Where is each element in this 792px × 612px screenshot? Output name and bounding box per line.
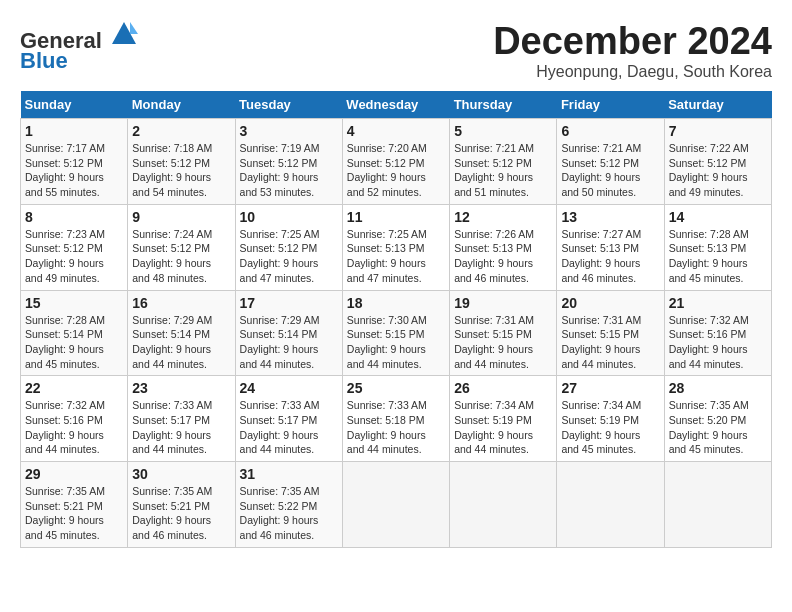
weekday-header-sunday: Sunday — [21, 91, 128, 119]
day-cell-28: 28Sunrise: 7:35 AM Sunset: 5:20 PM Dayli… — [664, 376, 771, 462]
day-cell-25: 25Sunrise: 7:33 AM Sunset: 5:18 PM Dayli… — [342, 376, 449, 462]
day-cell-4: 4Sunrise: 7:20 AM Sunset: 5:12 PM Daylig… — [342, 119, 449, 205]
day-number: 2 — [132, 123, 230, 139]
day-info: Sunrise: 7:35 AM Sunset: 5:22 PM Dayligh… — [240, 484, 338, 543]
day-number: 19 — [454, 295, 552, 311]
calendar-week-2: 8Sunrise: 7:23 AM Sunset: 5:12 PM Daylig… — [21, 204, 772, 290]
day-cell-3: 3Sunrise: 7:19 AM Sunset: 5:12 PM Daylig… — [235, 119, 342, 205]
day-cell-15: 15Sunrise: 7:28 AM Sunset: 5:14 PM Dayli… — [21, 290, 128, 376]
day-number: 9 — [132, 209, 230, 225]
day-info: Sunrise: 7:20 AM Sunset: 5:12 PM Dayligh… — [347, 141, 445, 200]
day-cell-13: 13Sunrise: 7:27 AM Sunset: 5:13 PM Dayli… — [557, 204, 664, 290]
logo-icon — [110, 20, 138, 48]
day-number: 13 — [561, 209, 659, 225]
calendar-week-5: 29Sunrise: 7:35 AM Sunset: 5:21 PM Dayli… — [21, 462, 772, 548]
day-number: 7 — [669, 123, 767, 139]
day-cell-27: 27Sunrise: 7:34 AM Sunset: 5:19 PM Dayli… — [557, 376, 664, 462]
day-number: 24 — [240, 380, 338, 396]
day-cell-26: 26Sunrise: 7:34 AM Sunset: 5:19 PM Dayli… — [450, 376, 557, 462]
weekday-header-wednesday: Wednesday — [342, 91, 449, 119]
day-number: 27 — [561, 380, 659, 396]
day-number: 21 — [669, 295, 767, 311]
day-info: Sunrise: 7:29 AM Sunset: 5:14 PM Dayligh… — [240, 313, 338, 372]
day-number: 8 — [25, 209, 123, 225]
day-cell-9: 9Sunrise: 7:24 AM Sunset: 5:12 PM Daylig… — [128, 204, 235, 290]
logo-blue-text: Blue — [20, 48, 68, 73]
day-info: Sunrise: 7:30 AM Sunset: 5:15 PM Dayligh… — [347, 313, 445, 372]
day-info: Sunrise: 7:35 AM Sunset: 5:21 PM Dayligh… — [25, 484, 123, 543]
day-number: 1 — [25, 123, 123, 139]
weekday-header-tuesday: Tuesday — [235, 91, 342, 119]
day-number: 20 — [561, 295, 659, 311]
day-cell-8: 8Sunrise: 7:23 AM Sunset: 5:12 PM Daylig… — [21, 204, 128, 290]
day-info: Sunrise: 7:31 AM Sunset: 5:15 PM Dayligh… — [454, 313, 552, 372]
day-number: 4 — [347, 123, 445, 139]
empty-cell — [664, 462, 771, 548]
day-cell-6: 6Sunrise: 7:21 AM Sunset: 5:12 PM Daylig… — [557, 119, 664, 205]
day-number: 17 — [240, 295, 338, 311]
day-info: Sunrise: 7:32 AM Sunset: 5:16 PM Dayligh… — [669, 313, 767, 372]
day-info: Sunrise: 7:23 AM Sunset: 5:12 PM Dayligh… — [25, 227, 123, 286]
day-cell-30: 30Sunrise: 7:35 AM Sunset: 5:21 PM Dayli… — [128, 462, 235, 548]
day-cell-18: 18Sunrise: 7:30 AM Sunset: 5:15 PM Dayli… — [342, 290, 449, 376]
day-info: Sunrise: 7:35 AM Sunset: 5:20 PM Dayligh… — [669, 398, 767, 457]
day-number: 16 — [132, 295, 230, 311]
day-info: Sunrise: 7:21 AM Sunset: 5:12 PM Dayligh… — [561, 141, 659, 200]
location: Hyeonpung, Daegu, South Korea — [493, 63, 772, 81]
day-info: Sunrise: 7:33 AM Sunset: 5:17 PM Dayligh… — [132, 398, 230, 457]
day-number: 29 — [25, 466, 123, 482]
day-cell-24: 24Sunrise: 7:33 AM Sunset: 5:17 PM Dayli… — [235, 376, 342, 462]
day-cell-5: 5Sunrise: 7:21 AM Sunset: 5:12 PM Daylig… — [450, 119, 557, 205]
day-number: 14 — [669, 209, 767, 225]
day-number: 3 — [240, 123, 338, 139]
day-cell-12: 12Sunrise: 7:26 AM Sunset: 5:13 PM Dayli… — [450, 204, 557, 290]
day-number: 25 — [347, 380, 445, 396]
day-info: Sunrise: 7:27 AM Sunset: 5:13 PM Dayligh… — [561, 227, 659, 286]
day-info: Sunrise: 7:24 AM Sunset: 5:12 PM Dayligh… — [132, 227, 230, 286]
day-number: 31 — [240, 466, 338, 482]
day-cell-7: 7Sunrise: 7:22 AM Sunset: 5:12 PM Daylig… — [664, 119, 771, 205]
day-cell-29: 29Sunrise: 7:35 AM Sunset: 5:21 PM Dayli… — [21, 462, 128, 548]
weekday-header-saturday: Saturday — [664, 91, 771, 119]
day-number: 10 — [240, 209, 338, 225]
weekday-header-thursday: Thursday — [450, 91, 557, 119]
day-number: 11 — [347, 209, 445, 225]
day-cell-19: 19Sunrise: 7:31 AM Sunset: 5:15 PM Dayli… — [450, 290, 557, 376]
day-info: Sunrise: 7:33 AM Sunset: 5:18 PM Dayligh… — [347, 398, 445, 457]
day-cell-22: 22Sunrise: 7:32 AM Sunset: 5:16 PM Dayli… — [21, 376, 128, 462]
day-cell-16: 16Sunrise: 7:29 AM Sunset: 5:14 PM Dayli… — [128, 290, 235, 376]
calendar-table: SundayMondayTuesdayWednesdayThursdayFrid… — [20, 91, 772, 548]
day-cell-2: 2Sunrise: 7:18 AM Sunset: 5:12 PM Daylig… — [128, 119, 235, 205]
day-number: 28 — [669, 380, 767, 396]
day-info: Sunrise: 7:17 AM Sunset: 5:12 PM Dayligh… — [25, 141, 123, 200]
empty-cell — [342, 462, 449, 548]
month-title: December 2024 — [493, 20, 772, 63]
day-cell-20: 20Sunrise: 7:31 AM Sunset: 5:15 PM Dayli… — [557, 290, 664, 376]
day-cell-21: 21Sunrise: 7:32 AM Sunset: 5:16 PM Dayli… — [664, 290, 771, 376]
day-cell-1: 1Sunrise: 7:17 AM Sunset: 5:12 PM Daylig… — [21, 119, 128, 205]
day-cell-17: 17Sunrise: 7:29 AM Sunset: 5:14 PM Dayli… — [235, 290, 342, 376]
logo: General Blue — [20, 20, 138, 73]
day-info: Sunrise: 7:28 AM Sunset: 5:13 PM Dayligh… — [669, 227, 767, 286]
day-cell-31: 31Sunrise: 7:35 AM Sunset: 5:22 PM Dayli… — [235, 462, 342, 548]
day-info: Sunrise: 7:25 AM Sunset: 5:13 PM Dayligh… — [347, 227, 445, 286]
day-info: Sunrise: 7:35 AM Sunset: 5:21 PM Dayligh… — [132, 484, 230, 543]
svg-marker-1 — [130, 22, 138, 34]
day-number: 6 — [561, 123, 659, 139]
empty-cell — [450, 462, 557, 548]
day-cell-10: 10Sunrise: 7:25 AM Sunset: 5:12 PM Dayli… — [235, 204, 342, 290]
weekday-header-monday: Monday — [128, 91, 235, 119]
weekday-header-row: SundayMondayTuesdayWednesdayThursdayFrid… — [21, 91, 772, 119]
day-info: Sunrise: 7:26 AM Sunset: 5:13 PM Dayligh… — [454, 227, 552, 286]
day-number: 30 — [132, 466, 230, 482]
day-info: Sunrise: 7:29 AM Sunset: 5:14 PM Dayligh… — [132, 313, 230, 372]
day-number: 15 — [25, 295, 123, 311]
day-cell-11: 11Sunrise: 7:25 AM Sunset: 5:13 PM Dayli… — [342, 204, 449, 290]
title-area: December 2024 Hyeonpung, Daegu, South Ko… — [493, 20, 772, 81]
day-info: Sunrise: 7:34 AM Sunset: 5:19 PM Dayligh… — [454, 398, 552, 457]
day-info: Sunrise: 7:32 AM Sunset: 5:16 PM Dayligh… — [25, 398, 123, 457]
day-info: Sunrise: 7:28 AM Sunset: 5:14 PM Dayligh… — [25, 313, 123, 372]
day-info: Sunrise: 7:22 AM Sunset: 5:12 PM Dayligh… — [669, 141, 767, 200]
day-number: 12 — [454, 209, 552, 225]
day-info: Sunrise: 7:19 AM Sunset: 5:12 PM Dayligh… — [240, 141, 338, 200]
